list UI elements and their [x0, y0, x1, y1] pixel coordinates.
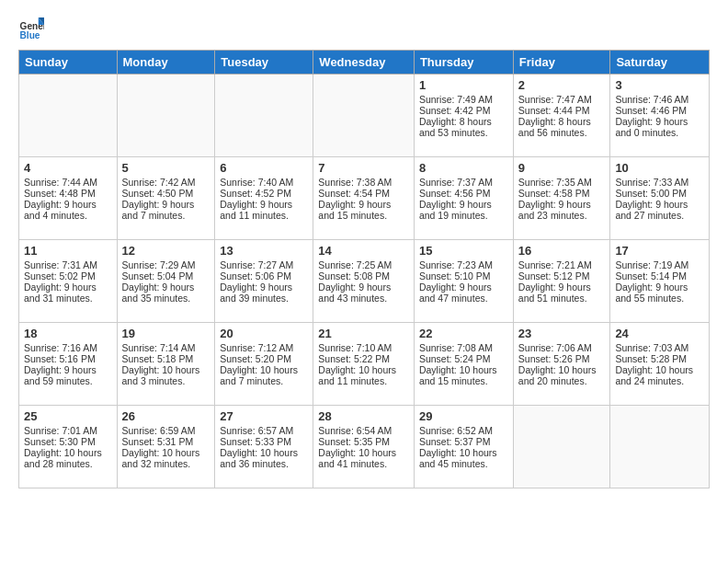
day-info: Daylight: 9 hours [615, 116, 704, 127]
day-info: and 41 minutes. [318, 458, 409, 469]
day-info: and 39 minutes. [220, 293, 308, 304]
day-number: 24 [615, 327, 704, 340]
day-info: Daylight: 9 hours [122, 282, 210, 293]
day-info: Sunrise: 7:23 AM [419, 259, 508, 270]
calendar-cell: 11Sunrise: 7:31 AMSunset: 5:02 PMDayligh… [19, 240, 118, 323]
weekday-header-friday: Friday [513, 51, 610, 75]
day-info: Sunset: 5:33 PM [220, 436, 308, 447]
calendar-cell: 24Sunrise: 7:03 AMSunset: 5:28 PMDayligh… [610, 323, 710, 406]
day-number: 22 [419, 327, 508, 340]
day-info: Sunrise: 7:08 AM [419, 342, 508, 353]
day-info: Daylight: 10 hours [318, 447, 409, 458]
day-info: Daylight: 10 hours [24, 447, 112, 458]
day-info: Sunset: 4:46 PM [615, 105, 704, 116]
calendar-cell: 28Sunrise: 6:54 AMSunset: 5:35 PMDayligh… [313, 406, 415, 488]
calendar-cell: 17Sunrise: 7:19 AMSunset: 5:14 PMDayligh… [610, 240, 710, 323]
day-info: Sunset: 5:26 PM [518, 353, 606, 364]
calendar-cell [610, 406, 710, 488]
calendar-header-row: SundayMondayTuesdayWednesdayThursdayFrid… [19, 51, 710, 75]
day-info: Sunset: 4:56 PM [419, 188, 508, 199]
day-number: 9 [518, 161, 606, 175]
day-info: Sunset: 5:35 PM [318, 436, 409, 447]
day-number: 28 [318, 409, 409, 423]
day-number: 4 [24, 161, 112, 175]
day-info: Sunrise: 7:16 AM [24, 342, 112, 353]
calendar-cell: 10Sunrise: 7:33 AMSunset: 5:00 PMDayligh… [610, 157, 710, 240]
day-info: Sunrise: 7:31 AM [24, 259, 112, 270]
calendar-cell: 1Sunrise: 7:49 AMSunset: 4:42 PMDaylight… [414, 75, 513, 157]
calendar-table: SundayMondayTuesdayWednesdayThursdayFrid… [18, 50, 710, 488]
day-info: Daylight: 9 hours [24, 199, 112, 210]
day-info: Sunset: 5:02 PM [24, 270, 112, 282]
day-info: Daylight: 9 hours [122, 199, 210, 210]
day-info: Sunrise: 7:33 AM [615, 177, 704, 188]
day-info: Sunrise: 6:59 AM [122, 425, 210, 436]
day-info: Daylight: 10 hours [220, 447, 308, 458]
day-number: 6 [220, 161, 308, 175]
day-number: 15 [419, 244, 508, 258]
day-number: 7 [318, 161, 409, 175]
day-info: Sunrise: 7:14 AM [122, 342, 210, 353]
day-info: and 15 minutes. [318, 210, 409, 221]
day-info: and 59 minutes. [24, 375, 112, 386]
day-info: Daylight: 10 hours [419, 447, 508, 458]
day-info: Daylight: 9 hours [419, 199, 508, 210]
calendar-cell: 19Sunrise: 7:14 AMSunset: 5:18 PMDayligh… [117, 323, 215, 406]
day-info: Sunrise: 6:52 AM [419, 425, 508, 436]
day-number: 29 [419, 409, 508, 423]
day-info: Daylight: 10 hours [220, 364, 308, 375]
day-info: and 28 minutes. [24, 458, 112, 469]
day-info: Daylight: 8 hours [518, 116, 606, 127]
calendar-cell: 9Sunrise: 7:35 AMSunset: 4:58 PMDaylight… [513, 157, 610, 240]
day-info: Sunset: 4:52 PM [220, 188, 308, 199]
calendar-cell: 12Sunrise: 7:29 AMSunset: 5:04 PMDayligh… [117, 240, 215, 323]
day-info: Sunset: 4:44 PM [518, 105, 606, 116]
day-info: Daylight: 9 hours [518, 199, 606, 210]
day-info: Daylight: 9 hours [318, 282, 409, 293]
calendar-cell: 16Sunrise: 7:21 AMSunset: 5:12 PMDayligh… [513, 240, 610, 323]
day-info: and 11 minutes. [318, 375, 409, 386]
day-info: Sunset: 5:08 PM [318, 270, 409, 282]
day-info: and 20 minutes. [518, 375, 606, 386]
day-info: and 53 minutes. [419, 127, 508, 138]
day-info: Daylight: 10 hours [615, 364, 704, 375]
day-info: Sunrise: 7:25 AM [318, 259, 409, 270]
page-header: General Blue [18, 15, 710, 40]
day-info: Sunrise: 7:46 AM [615, 94, 704, 105]
day-info: and 36 minutes. [220, 458, 308, 469]
day-info: Sunrise: 7:44 AM [24, 177, 112, 188]
day-info: Sunset: 5:00 PM [615, 188, 704, 199]
day-info: Sunrise: 7:27 AM [220, 259, 308, 270]
calendar-cell: 14Sunrise: 7:25 AMSunset: 5:08 PMDayligh… [313, 240, 415, 323]
day-number: 8 [419, 161, 508, 175]
day-info: Daylight: 10 hours [419, 364, 508, 375]
calendar-week-row: 25Sunrise: 7:01 AMSunset: 5:30 PMDayligh… [19, 406, 710, 488]
calendar-cell [513, 406, 610, 488]
calendar-cell: 29Sunrise: 6:52 AMSunset: 5:37 PMDayligh… [414, 406, 513, 488]
day-info: Sunset: 5:14 PM [615, 270, 704, 282]
calendar-cell: 20Sunrise: 7:12 AMSunset: 5:20 PMDayligh… [215, 323, 313, 406]
weekday-header-thursday: Thursday [414, 51, 513, 75]
day-number: 1 [419, 78, 508, 92]
day-info: Sunrise: 7:10 AM [318, 342, 409, 353]
day-info: Sunset: 4:50 PM [122, 188, 210, 199]
day-info: Daylight: 9 hours [615, 199, 704, 210]
day-info: Sunrise: 7:29 AM [122, 259, 210, 270]
day-info: and 31 minutes. [24, 293, 112, 304]
day-number: 20 [220, 327, 308, 340]
day-info: Daylight: 9 hours [518, 282, 606, 293]
day-info: Daylight: 8 hours [419, 116, 508, 127]
day-number: 21 [318, 327, 409, 340]
day-info: and 35 minutes. [122, 293, 210, 304]
logo-icon: General Blue [18, 15, 44, 40]
day-info: Sunset: 4:54 PM [318, 188, 409, 199]
day-info: Sunset: 5:04 PM [122, 270, 210, 282]
day-info: Sunrise: 7:12 AM [220, 342, 308, 353]
day-info: Daylight: 9 hours [220, 199, 308, 210]
calendar-week-row: 4Sunrise: 7:44 AMSunset: 4:48 PMDaylight… [19, 157, 710, 240]
day-info: and 4 minutes. [24, 210, 112, 221]
calendar-cell: 21Sunrise: 7:10 AMSunset: 5:22 PMDayligh… [313, 323, 415, 406]
day-number: 19 [122, 327, 210, 340]
calendar-cell: 2Sunrise: 7:47 AMSunset: 4:44 PMDaylight… [513, 75, 610, 157]
day-number: 14 [318, 244, 409, 258]
